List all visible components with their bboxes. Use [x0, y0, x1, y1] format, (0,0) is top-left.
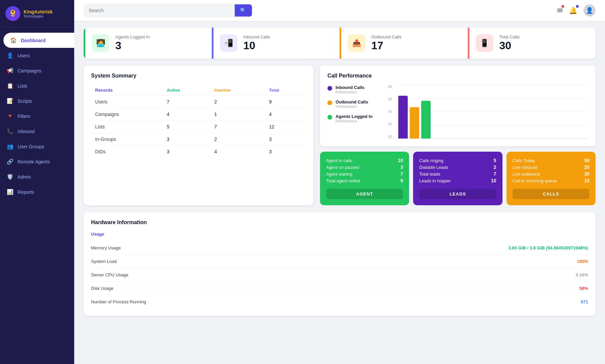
logo-text: KingAsterisk Technologies — [24, 9, 53, 18]
status-label: Live inbound — [513, 165, 538, 170]
users-icon: 👤 — [7, 52, 13, 59]
legend-dot-inbound — [327, 86, 332, 91]
nav-item-filters[interactable]: 🔻 Filters — [0, 109, 74, 124]
calls-card: Calls Today 50 Live inbound 20 Live outb… — [507, 152, 596, 205]
status-value: 3 — [400, 164, 403, 170]
legend-item-inbound: Inbound Calls Performance — [327, 85, 381, 94]
notification-icon[interactable]: 🔔 — [569, 6, 577, 14]
logo: KingAsterisk Technologies — [0, 0, 74, 27]
nav-label-dashboard: Dashboard — [21, 38, 46, 43]
stat-card-outbound-calls: 📤 Outbound Calls 17 — [340, 28, 468, 59]
status-label: Agent in calls — [326, 158, 352, 163]
search-input[interactable] — [84, 5, 235, 16]
row-total: 9 — [265, 96, 306, 108]
nav-item-reports[interactable]: 📊 Reports — [0, 184, 74, 200]
stat-icon-total-calls: 📱 — [476, 34, 493, 52]
chart-y-label: 20 — [388, 122, 392, 126]
col-header-total: Total — [265, 85, 306, 96]
hw-label: Memory Usage — [91, 245, 121, 250]
stats-row: 🧑‍💻 Agents Logged In 3 📲 Inbound Calls 1… — [84, 28, 596, 59]
call-performance-panel: Call Performance Inbound Calls Performan… — [320, 65, 596, 146]
system-summary-panel: System Summary RecordsActiveInactiveTota… — [84, 65, 313, 205]
main-area: 🔍 ✉ 🔔 👤 🧑‍💻 Agents Logged In 3 📲 Inboun — [74, 0, 605, 364]
filters-icon: 🔻 — [7, 113, 13, 119]
row-total: 3 — [265, 146, 306, 158]
bar-chart: 8060402000 — [388, 85, 588, 139]
status-label: Call in incoming queue — [513, 178, 557, 183]
status-row: Call in incoming queue 10 — [513, 178, 589, 183]
nav-item-lists[interactable]: 📋 Lists — [0, 78, 74, 93]
status-label: Calls ringing — [419, 158, 443, 163]
nav-item-admin[interactable]: 🛡️ Admin — [0, 169, 74, 184]
remote-agents-icon: 🔗 — [7, 158, 13, 165]
summary-table: RecordsActiveInactiveTotal Users 7 2 9Ca… — [91, 85, 306, 158]
status-btn-calls[interactable]: CALLS — [513, 189, 589, 199]
status-label: Agent on paused — [326, 165, 359, 170]
agent-card: Agent in calls 10 Agent on paused 3 Agen… — [320, 152, 409, 205]
status-value: 10 — [491, 178, 496, 183]
row-inactive: 1 — [210, 108, 265, 121]
nav-label-reports: Reports — [18, 189, 34, 195]
nav-item-scripts[interactable]: 📝 Scripts — [0, 93, 74, 109]
row-active: 3 — [163, 133, 210, 146]
leads-card: Calls ringing 5 Dialable Leads 2 Total l… — [413, 152, 502, 205]
status-label: Agent waiting — [326, 172, 352, 177]
logo-icon — [5, 6, 20, 21]
col-header-active: Active — [163, 85, 210, 96]
table-row: Lists 5 7 12 — [91, 121, 306, 133]
bar-group — [398, 96, 431, 139]
status-btn-agent[interactable]: AGENT — [326, 189, 403, 199]
chart-labels-y: 8060402000 — [388, 85, 392, 139]
panels-row: System Summary RecordsActiveInactiveTota… — [84, 65, 596, 205]
status-label: Total leads — [419, 172, 440, 177]
stat-label-inbound-calls: Inbound Calls — [243, 34, 332, 39]
user-groups-icon: 👥 — [7, 143, 13, 150]
status-value: 7 — [400, 171, 403, 177]
legend-dot-outbound — [327, 100, 332, 105]
stat-value-inbound-calls: 10 — [243, 39, 332, 52]
nav-item-user-groups[interactable]: 👥 User Groups — [0, 139, 74, 154]
legend-item-outbound: Outbound Calls Performance — [327, 99, 381, 109]
nav-item-inbound[interactable]: 📞 Inbound — [0, 124, 74, 139]
stat-value-outbound-calls: 17 — [371, 39, 459, 52]
search-button[interactable]: 🔍 — [235, 4, 252, 17]
hardware-row: Memory Usage 3.65 GiB / 3.8 GiB (94.8845… — [91, 241, 588, 255]
inbound-icon: 📞 — [7, 128, 13, 134]
hardware-row: Disk Usage 58% — [91, 282, 588, 295]
stat-info-total-calls: Total Calls 30 — [499, 34, 588, 52]
status-value: 5 — [494, 158, 496, 163]
stat-card-inbound-calls: 📲 Inbound Calls 10 — [212, 28, 340, 59]
table-row: In-Groups 3 2 3 — [91, 133, 306, 146]
nav-item-remote-agents[interactable]: 🔗 Remote Agents — [0, 154, 74, 169]
status-row: Total agent online 9 — [326, 178, 403, 183]
brand-name: KingAsterisk — [24, 9, 53, 14]
hardware-row: Number of Process Running 571 — [91, 295, 588, 308]
hw-value: 180% — [577, 259, 588, 264]
reports-icon: 📊 — [7, 189, 13, 195]
row-total: 12 — [265, 121, 306, 133]
status-btn-leads[interactable]: LEADS — [419, 189, 496, 199]
outbound-bar — [410, 107, 419, 139]
row-active: 4 — [163, 108, 210, 121]
status-label: Calls Today — [513, 158, 535, 163]
stat-icon-agents-logged-in: 🧑‍💻 — [92, 34, 109, 52]
chart-y-label: 80 — [388, 85, 392, 89]
mail-icon[interactable]: ✉ — [557, 6, 563, 14]
nav-label-campaigns: Campaigns — [18, 68, 41, 73]
row-inactive: 4 — [210, 146, 265, 158]
status-value: 10 — [398, 158, 403, 163]
user-avatar[interactable]: 👤 — [583, 4, 596, 17]
stat-icon-outbound-calls: 📤 — [348, 34, 365, 52]
status-row: Dialable Leads 2 — [419, 164, 496, 170]
lists-icon: 📋 — [7, 83, 13, 89]
hw-label: Server CPU Usage — [91, 272, 128, 277]
row-inactive: 2 — [210, 133, 265, 146]
stat-info-outbound-calls: Outbound Calls 17 — [371, 34, 459, 52]
row-active: 3 — [163, 146, 210, 158]
nav-item-campaigns[interactable]: 📢 Campaigns — [0, 63, 74, 78]
stat-label-outbound-calls: Outbound Calls — [371, 34, 459, 39]
chart-area: 8060402000 — [388, 85, 588, 139]
call-perf-inner: Inbound Calls Performance Outbound Calls… — [327, 85, 588, 139]
nav-item-dashboard[interactable]: 🏠 Dashboard — [3, 33, 74, 48]
nav-item-users[interactable]: 👤 Users — [0, 48, 74, 63]
